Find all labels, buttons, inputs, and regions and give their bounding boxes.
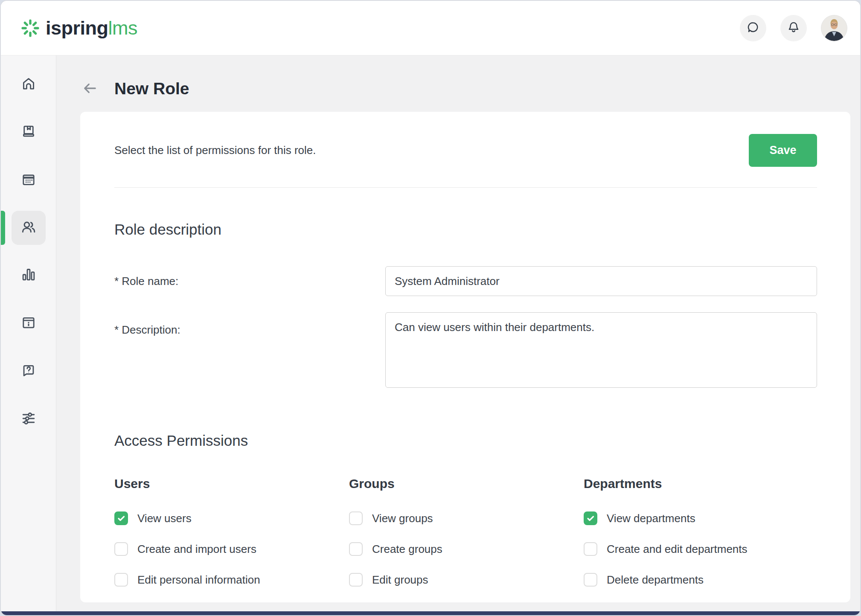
permission-label: Edit personal information (137, 573, 260, 587)
info-window-icon (21, 315, 36, 332)
permissions-column-departments: Departments View departments Create and (584, 477, 817, 587)
permission-label: Create groups (372, 543, 442, 556)
checkbox[interactable] (114, 511, 128, 525)
courses-book-icon (21, 124, 36, 141)
sidebar-item-users[interactable] (12, 211, 46, 245)
sidebar-item-info[interactable] (12, 306, 46, 340)
save-button[interactable]: Save (749, 134, 817, 167)
calendar-icon (21, 172, 36, 189)
permissions-column-title: Users (114, 477, 349, 491)
role-name-row: * Role name: (114, 266, 817, 296)
description-label: * Description: (114, 312, 385, 337)
back-button[interactable] (82, 80, 98, 98)
description-row: * Description: Can view users within the… (114, 312, 817, 388)
checkmark-icon (117, 514, 125, 523)
checkmark-icon (586, 514, 595, 523)
divider (114, 187, 817, 188)
checkbox[interactable] (349, 573, 363, 587)
sidebar-item-settings[interactable] (12, 402, 46, 436)
user-avatar[interactable] (821, 15, 847, 41)
permission-label: Edit groups (372, 573, 428, 587)
notifications-button[interactable] (780, 15, 807, 41)
sidebar-item-help[interactable] (12, 354, 46, 388)
permission-label: View users (137, 512, 192, 525)
permission-create-edit-departments[interactable]: Create and edit departments (584, 542, 817, 556)
users-icon (20, 219, 37, 237)
permission-edit-personal-info[interactable]: Edit personal information (114, 573, 349, 587)
logo-text-secondary: lms (108, 17, 137, 39)
settings-sliders-icon (21, 411, 36, 427)
permission-create-import-users[interactable]: Create and import users (114, 542, 349, 556)
ispring-logo: ispringlms (20, 17, 137, 39)
sidebar (1, 55, 56, 616)
permissions-column-title: Groups (349, 477, 584, 491)
new-role-card: Select the list of permissions for this … (80, 112, 850, 602)
role-name-label: * Role name: (114, 275, 385, 288)
permission-label: Create and edit departments (607, 543, 748, 556)
permissions-column-users: Users View users Create and import user (114, 477, 349, 587)
page-title: New Role (114, 79, 189, 98)
permission-view-departments[interactable]: View departments (584, 511, 817, 525)
checkbox[interactable] (349, 542, 363, 556)
permission-label: View departments (607, 512, 695, 525)
checkbox[interactable] (114, 542, 128, 556)
permission-label: Create and import users (137, 543, 256, 556)
sidebar-item-reports[interactable] (12, 259, 46, 293)
permissions-column-groups: Groups View groups Create groups (349, 477, 584, 587)
permission-view-users[interactable]: View users (114, 511, 349, 525)
header-actions (740, 15, 847, 41)
checkbox[interactable] (584, 542, 597, 556)
access-permissions-heading: Access Permissions (114, 432, 817, 449)
sidebar-item-home[interactable] (12, 67, 46, 102)
role-name-input[interactable] (385, 266, 817, 296)
permissions-column-title: Departments (584, 477, 817, 491)
permission-view-groups[interactable]: View groups (349, 511, 584, 525)
logo-text: ispringlms (46, 17, 137, 39)
sidebar-item-calendar[interactable] (12, 163, 46, 197)
chat-button[interactable] (740, 15, 766, 41)
card-top-row: Select the list of permissions for this … (114, 134, 817, 167)
permission-label: Delete departments (607, 573, 704, 587)
instruction-text: Select the list of permissions for this … (114, 144, 316, 157)
permission-label: View groups (372, 512, 433, 525)
page-header: New Role (56, 55, 860, 98)
window-bottom-edge (1, 611, 860, 615)
back-arrow-icon (82, 80, 98, 98)
checkbox[interactable] (584, 511, 597, 525)
logo-text-primary: ispring (46, 17, 108, 39)
permission-edit-groups[interactable]: Edit groups (349, 573, 584, 587)
bell-icon (787, 20, 800, 35)
reports-chart-icon (21, 267, 36, 284)
permission-delete-departments[interactable]: Delete departments (584, 573, 817, 587)
checkbox[interactable] (584, 573, 597, 587)
help-chat-icon (21, 363, 36, 380)
app-window: ispringlms (0, 0, 861, 616)
top-header: ispringlms (1, 1, 860, 55)
home-icon (21, 76, 36, 93)
ispring-flower-icon (20, 18, 40, 38)
description-textarea[interactable]: Can view users within their departments. (385, 312, 817, 388)
chat-icon (746, 20, 760, 35)
permission-create-groups[interactable]: Create groups (349, 542, 584, 556)
checkbox[interactable] (349, 511, 363, 525)
role-description-heading: Role description (114, 221, 817, 238)
main-content: New Role Select the list of permissions … (56, 55, 860, 616)
checkbox[interactable] (114, 573, 128, 587)
sidebar-item-courses[interactable] (12, 115, 46, 149)
permissions-grid: Users View users Create and import user (114, 477, 817, 587)
